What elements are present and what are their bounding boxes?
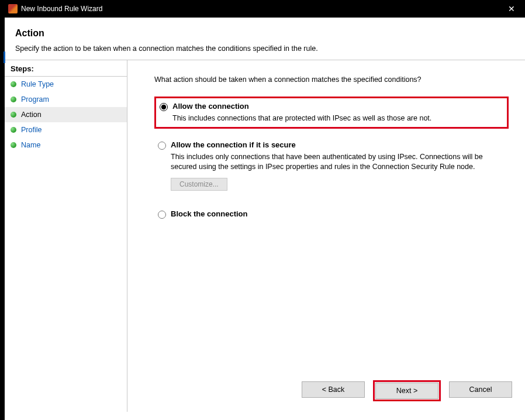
step-bullet-icon: [11, 97, 16, 102]
option-allow-row[interactable]: Allow the connection: [160, 102, 501, 111]
step-label: Action: [21, 111, 42, 119]
cancel-button[interactable]: Cancel: [449, 381, 512, 398]
page-subtitle: Specify the action to be taken when a co…: [15, 44, 514, 53]
footer-buttons: < Back Next > Cancel: [301, 380, 513, 401]
step-bullet-icon: [11, 127, 16, 133]
window-title: New Inbound Rule Wizard: [21, 5, 102, 13]
current-step-marker: [4, 51, 5, 63]
option-allow-desc: This includes connections that are prote…: [172, 113, 488, 123]
wizard-header: Action Specify the action to be taken wh…: [5, 18, 525, 60]
customize-button: Customize...: [171, 178, 227, 191]
back-button[interactable]: < Back: [302, 381, 365, 398]
step-rule-type[interactable]: Rule Type: [5, 77, 127, 92]
steps-sidebar: Steps: Rule Type Program Action Profile …: [5, 60, 127, 412]
option-block-label: Block the connection: [171, 209, 247, 218]
option-allow-secure-label: Allow the connection if it is secure: [171, 140, 296, 149]
step-label: Rule Type: [21, 80, 54, 88]
wizard-content: What action should be taken when a conne…: [127, 60, 525, 412]
step-label: Name: [21, 141, 40, 149]
page-title: Action: [15, 28, 514, 39]
option-block-row[interactable]: Block the connection: [158, 209, 503, 219]
radio-allow[interactable]: [160, 103, 168, 111]
step-label: Profile: [21, 126, 42, 134]
next-button[interactable]: Next >: [375, 383, 438, 399]
next-wrap: Next >: [373, 380, 441, 401]
option-allow-label: Allow the connection: [172, 102, 249, 111]
option-allow-secure-desc: This includes only connections that have…: [171, 152, 486, 172]
question-text: What action should be taken when a conne…: [154, 75, 509, 84]
step-name[interactable]: Name: [5, 137, 127, 153]
firewall-icon: [8, 4, 18, 13]
option-allow-secure: Allow the connection if it is secure Thi…: [154, 137, 509, 194]
close-icon: ✕: [508, 4, 515, 13]
wizard-body: Steps: Rule Type Program Action Profile …: [5, 60, 525, 412]
radio-block[interactable]: [158, 211, 166, 219]
step-bullet-icon: [11, 142, 16, 148]
option-allow: Allow the connection This includes conne…: [154, 97, 509, 129]
wizard-window: New Inbound Rule Wizard ✕ Action Specify…: [5, 0, 525, 420]
step-bullet-icon: [11, 81, 16, 87]
step-label: Program: [21, 95, 49, 104]
titlebar: New Inbound Rule Wizard ✕: [5, 0, 525, 18]
steps-heading: Steps:: [5, 63, 127, 77]
close-button[interactable]: ✕: [498, 0, 525, 18]
radio-allow-secure[interactable]: [158, 142, 166, 150]
step-program[interactable]: Program: [5, 92, 127, 107]
step-profile[interactable]: Profile: [5, 122, 127, 137]
option-block: Block the connection: [154, 206, 509, 222]
back-wrap: < Back: [301, 380, 366, 401]
step-action[interactable]: Action: [5, 107, 127, 122]
option-allow-secure-row[interactable]: Allow the connection if it is secure: [158, 140, 503, 150]
cancel-wrap: Cancel: [448, 380, 513, 401]
step-bullet-icon: [11, 112, 16, 118]
